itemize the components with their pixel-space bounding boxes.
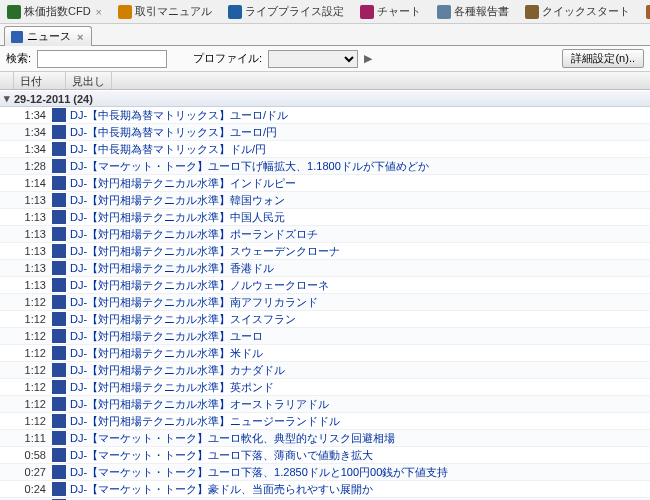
row-headline[interactable]: DJ-【マーケット・トーク】ユーロ軟化、典型的なリスク回避相場 <box>70 431 395 446</box>
document-tabs: ニュース × <box>0 24 650 46</box>
toolbar-label: 各種報告書 <box>454 4 509 19</box>
column-headline[interactable]: 見出し <box>66 72 112 89</box>
row-time: 1:13 <box>0 228 52 240</box>
row-headline[interactable]: DJ-【対円相場テクニカル水準】カナダドル <box>70 363 285 378</box>
row-time: 1:12 <box>0 347 52 359</box>
row-headline[interactable]: DJ-【マーケット・トーク】豪ドル、当面売られやすい展開か <box>70 482 373 497</box>
ico-rep-icon <box>437 5 451 19</box>
news-list: ▾29-12-2011 (24)1:34DJ-【中長期為替マトリックス】ユーロ/… <box>0 90 650 500</box>
news-row[interactable]: 1:13DJ-【対円相場テクニカル水準】ノルウェークローネ <box>0 277 650 294</box>
ico-live-icon <box>228 5 242 19</box>
news-row[interactable]: 1:14DJ-【対円相場テクニカル水準】インドルピー <box>0 175 650 192</box>
news-row[interactable]: 1:12DJ-【対円相場テクニカル水準】南アフリカランド <box>0 294 650 311</box>
source-icon <box>52 312 66 326</box>
column-date[interactable]: 日付 <box>14 72 66 89</box>
row-headline[interactable]: DJ-【対円相場テクニカル水準】ノルウェークローネ <box>70 278 329 293</box>
source-icon <box>52 448 66 462</box>
source-icon <box>52 414 66 428</box>
row-headline[interactable]: DJ-【マーケット・トーク】ユーロ下落、薄商いで値動き拡大 <box>70 448 373 463</box>
toolbar-ico-cfd[interactable]: 株価指数CFD× <box>2 2 107 21</box>
row-headline[interactable]: DJ-【中長期為替マトリックス】ユーロ/ドル <box>70 108 288 123</box>
news-row[interactable]: 1:11DJ-【マーケット・トーク】ユーロ軟化、典型的なリスク回避相場 <box>0 430 650 447</box>
row-time: 1:34 <box>0 126 52 138</box>
toolbar-label: 取引マニュアル <box>135 4 212 19</box>
tab-news[interactable]: ニュース × <box>4 26 92 46</box>
row-time: 1:12 <box>0 398 52 410</box>
close-icon[interactable]: × <box>75 31 85 43</box>
row-time: 1:12 <box>0 313 52 325</box>
go-icon[interactable]: ▶ <box>364 52 372 65</box>
row-time: 0:58 <box>0 449 52 461</box>
news-row[interactable]: 1:12DJ-【対円相場テクニカル水準】スイスフラン <box>0 311 650 328</box>
news-row[interactable]: 1:34DJ-【中長期為替マトリックス】ユーロ/円 <box>0 124 650 141</box>
grid-header: 日付 見出し <box>0 72 650 90</box>
news-row[interactable]: 1:28DJ-【マーケット・トーク】ユーロ下げ幅拡大、1.1800ドルが下値めど… <box>0 158 650 175</box>
news-row[interactable]: 1:13DJ-【対円相場テクニカル水準】中国人民元 <box>0 209 650 226</box>
row-headline[interactable]: DJ-【対円相場テクニカル水準】インドルピー <box>70 176 296 191</box>
row-headline[interactable]: DJ-【中長期為替マトリックス】ユーロ/円 <box>70 125 277 140</box>
expand-column[interactable] <box>0 72 14 89</box>
ico-man-icon <box>118 5 132 19</box>
profile-label: プロファイル: <box>193 51 262 66</box>
toolbar-label: 株価指数CFD <box>24 4 91 19</box>
news-row[interactable]: 1:12DJ-【対円相場テクニカル水準】ユーロ <box>0 328 650 345</box>
source-icon <box>52 346 66 360</box>
news-row[interactable]: 1:13DJ-【対円相場テクニカル水準】スウェーデンクローナ <box>0 243 650 260</box>
row-headline[interactable]: DJ-【対円相場テクニカル水準】ユーロ <box>70 329 263 344</box>
row-time: 0:24 <box>0 483 52 495</box>
row-headline[interactable]: DJ-【対円相場テクニカル水準】ポーランドズロチ <box>70 227 318 242</box>
news-row[interactable]: 1:13DJ-【対円相場テクニカル水準】韓国ウォン <box>0 192 650 209</box>
source-icon <box>52 108 66 122</box>
row-headline[interactable]: DJ-【中長期為替マトリックス】ドル/円 <box>70 142 266 157</box>
source-icon <box>52 210 66 224</box>
row-time: 1:13 <box>0 211 52 223</box>
news-row[interactable]: 1:34DJ-【中長期為替マトリックス】ユーロ/ドル <box>0 107 650 124</box>
toolbar-ico-quick[interactable]: クイックスタート <box>520 2 635 21</box>
search-input[interactable] <box>37 50 167 68</box>
row-headline[interactable]: DJ-【マーケット・トーク】ユーロ下落、1.2850ドルと100円00銭が下値支… <box>70 465 448 480</box>
date-group-header[interactable]: ▾29-12-2011 (24) <box>0 90 650 107</box>
row-headline[interactable]: DJ-【対円相場テクニカル水準】英ポンド <box>70 380 274 395</box>
row-headline[interactable]: DJ-【対円相場テクニカル水準】香港ドル <box>70 261 274 276</box>
news-row[interactable]: 1:12DJ-【対円相場テクニカル水準】ニュージーランドドル <box>0 413 650 430</box>
news-row[interactable]: 1:12DJ-【対円相場テクニカル水準】カナダドル <box>0 362 650 379</box>
row-time: 1:12 <box>0 381 52 393</box>
row-headline[interactable]: DJ-【対円相場テクニカル水準】オーストラリアドル <box>70 397 329 412</box>
tab-label: ニュース <box>27 29 71 44</box>
news-row[interactable]: 1:12DJ-【対円相場テクニカル水準】オーストラリアドル <box>0 396 650 413</box>
advanced-settings-button[interactable]: 詳細設定(n).. <box>562 49 644 68</box>
row-headline[interactable]: DJ-【対円相場テクニカル水準】南アフリカランド <box>70 295 318 310</box>
row-time: 1:12 <box>0 296 52 308</box>
news-row[interactable]: 0:58DJ-【マーケット・トーク】ユーロ下落、薄商いで値動き拡大 <box>0 447 650 464</box>
close-icon[interactable]: × <box>96 6 102 18</box>
profile-select[interactable] <box>268 50 358 68</box>
row-time: 1:34 <box>0 143 52 155</box>
toolbar-label: クイックスタート <box>542 4 630 19</box>
row-time: 0:27 <box>0 466 52 478</box>
row-headline[interactable]: DJ-【対円相場テクニカル水準】スウェーデンクローナ <box>70 244 340 259</box>
news-row[interactable]: 1:13DJ-【対円相場テクニカル水準】香港ドル <box>0 260 650 277</box>
toolbar-ico-prod[interactable]: 商品エクスプローラー <box>641 2 650 21</box>
row-headline[interactable]: DJ-【対円相場テクニカル水準】ニュージーランドドル <box>70 414 340 429</box>
row-headline[interactable]: DJ-【対円相場テクニカル水準】韓国ウォン <box>70 193 285 208</box>
row-headline[interactable]: DJ-【マーケット・トーク】ユーロ下げ幅拡大、1.1800ドルが下値めどか <box>70 159 429 174</box>
row-headline[interactable]: DJ-【対円相場テクニカル水準】米ドル <box>70 346 263 361</box>
source-icon <box>52 142 66 156</box>
news-row[interactable]: 1:12DJ-【対円相場テクニカル水準】英ポンド <box>0 379 650 396</box>
news-row[interactable]: 0:24DJ-【マーケット・トーク】豪ドル、当面売られやすい展開か <box>0 481 650 498</box>
collapse-icon[interactable]: ▾ <box>4 92 14 105</box>
toolbar-ico-man[interactable]: 取引マニュアル <box>113 2 217 21</box>
row-headline[interactable]: DJ-【対円相場テクニカル水準】スイスフラン <box>70 312 296 327</box>
source-icon <box>52 227 66 241</box>
news-row[interactable]: 1:13DJ-【対円相場テクニカル水準】ポーランドズロチ <box>0 226 650 243</box>
source-icon <box>52 261 66 275</box>
toolbar-ico-live[interactable]: ライブプライス設定 <box>223 2 349 21</box>
toolbar-ico-rep[interactable]: 各種報告書 <box>432 2 514 21</box>
news-row[interactable]: 1:34DJ-【中長期為替マトリックス】ドル/円 <box>0 141 650 158</box>
news-row[interactable]: 1:12DJ-【対円相場テクニカル水準】米ドル <box>0 345 650 362</box>
news-row[interactable]: 0:27DJ-【マーケット・トーク】ユーロ下落、1.2850ドルと100円00銭… <box>0 464 650 481</box>
source-icon <box>52 295 66 309</box>
row-headline[interactable]: DJ-【対円相場テクニカル水準】中国人民元 <box>70 210 285 225</box>
row-time: 1:12 <box>0 330 52 342</box>
toolbar-ico-chart[interactable]: チャート <box>355 2 426 21</box>
